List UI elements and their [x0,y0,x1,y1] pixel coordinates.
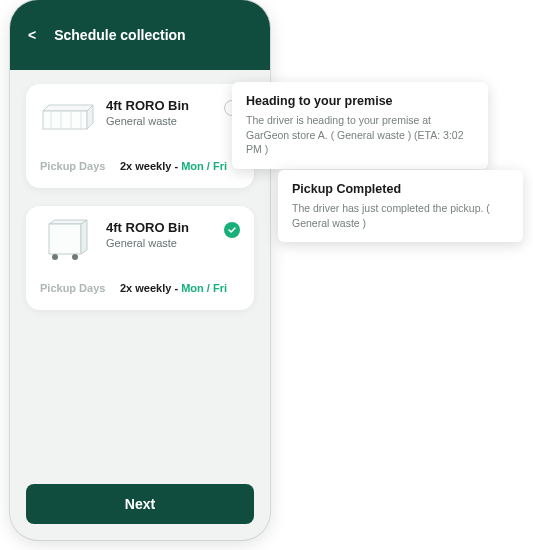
bin-title: 4ft RORO Bin [106,220,214,235]
app-header: < Schedule collection [10,0,270,70]
notification-title: Heading to your premise [246,94,474,108]
pickup-frequency: 2x weekly - [120,160,181,172]
svg-marker-9 [81,220,87,254]
page-title: Schedule collection [54,27,185,43]
next-button-label: Next [125,496,155,512]
next-button[interactable]: Next [26,484,254,524]
svg-point-11 [72,254,78,260]
pickup-frequency: 2x weekly - [120,282,181,294]
svg-marker-0 [43,105,93,111]
bin-option-card[interactable]: 4ft RORO Bin General waste Pickup Days 2… [26,84,254,188]
bin-subtitle: General waste [106,115,214,127]
bin-image [40,98,96,138]
phone-frame: < Schedule collection [10,0,270,540]
bin-subtitle: General waste [106,237,214,249]
svg-point-10 [52,254,58,260]
bin-option-card[interactable]: 4ft RORO Bin General waste Pickup Days 2… [26,206,254,310]
notification-body: The driver is heading to your premise at… [246,113,474,157]
notification-card: Heading to your premise The driver is he… [232,82,488,169]
bin-image [40,220,96,260]
back-icon[interactable]: < [28,27,36,43]
pickup-days-value: Mon / Fri [181,282,227,294]
pickup-days-label: Pickup Days [40,282,110,294]
content-area: 4ft RORO Bin General waste Pickup Days 2… [10,70,270,310]
notification-body: The driver has just completed the pickup… [292,201,509,230]
notification-title: Pickup Completed [292,182,509,196]
svg-rect-1 [43,111,87,129]
svg-rect-8 [49,224,81,254]
radio-checked-icon[interactable] [224,222,240,238]
pickup-days-value: Mon / Fri [181,160,227,172]
notification-card: Pickup Completed The driver has just com… [278,170,523,242]
pickup-days-label: Pickup Days [40,160,110,172]
bin-title: 4ft RORO Bin [106,98,214,113]
